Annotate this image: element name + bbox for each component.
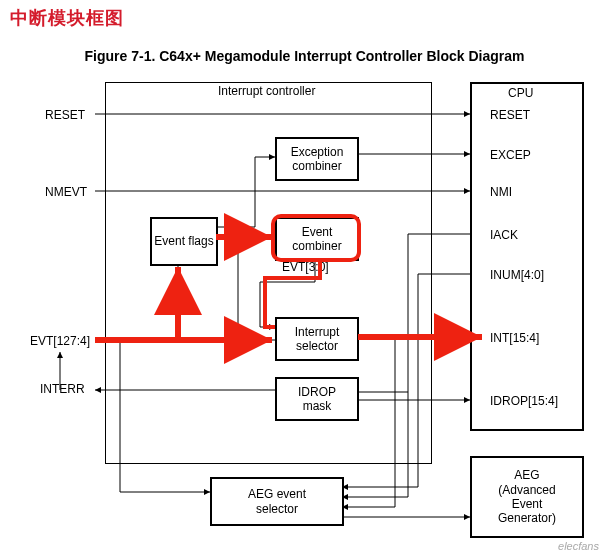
aeg-l2: (Advanced	[498, 483, 555, 497]
aeg-l3: Event	[512, 497, 543, 511]
exception-combiner-block: Exception combiner	[275, 137, 359, 181]
cpu-title: CPU	[508, 86, 533, 100]
interrupt-selector-l2: selector	[296, 339, 338, 353]
interrupt-selector-block: Interrupt selector	[275, 317, 359, 361]
signal-reset-left: RESET	[45, 108, 85, 122]
interrupt-controller-title: Interrupt controller	[218, 84, 315, 98]
signal-nmi: NMI	[490, 185, 512, 199]
cpu-box	[470, 82, 584, 431]
event-combiner-block: Event combiner	[275, 217, 359, 261]
signal-evt: EVT[127:4]	[30, 334, 90, 348]
event-flags-block: Event flags	[150, 217, 218, 266]
aeg-selector-l1: AEG event	[248, 487, 306, 501]
event-combiner-l1: Event	[302, 225, 333, 239]
interrupt-selector-l1: Interrupt	[295, 325, 340, 339]
signal-idrop: IDROP[15:4]	[490, 394, 558, 408]
exception-combiner-l2: combiner	[292, 159, 341, 173]
exception-combiner-l1: Exception	[291, 145, 344, 159]
event-flags-label: Event flags	[154, 234, 213, 248]
page-header: 中断模块框图	[0, 0, 609, 32]
signal-interr: INTERR	[40, 382, 85, 396]
aeg-selector-l2: selector	[256, 502, 298, 516]
aeg-box: AEG (Advanced Event Generator)	[470, 456, 584, 538]
signal-nmevt: NMEVT	[45, 185, 87, 199]
diagram-stage: Interrupt controller CPU RESET NMEVT EVT…	[0, 72, 609, 553]
signal-iack: IACK	[490, 228, 518, 242]
signal-reset-right: RESET	[490, 108, 530, 122]
interrupt-controller-box	[105, 82, 432, 464]
idrop-mask-block: IDROP mask	[275, 377, 359, 421]
evt-bus-label: EVT[3:0]	[282, 260, 329, 274]
aeg-selector-block: AEG event selector	[210, 477, 344, 526]
signal-inum: INUM[4:0]	[490, 268, 544, 282]
event-combiner-l2: combiner	[292, 239, 341, 253]
signal-int: INT[15:4]	[490, 331, 539, 345]
figure-title: Figure 7-1. C64x+ Megamodule Interrupt C…	[0, 32, 609, 72]
signal-excep: EXCEP	[490, 148, 531, 162]
aeg-l1: AEG	[514, 468, 539, 482]
idrop-mask-l2: mask	[303, 399, 332, 413]
idrop-mask-l1: IDROP	[298, 385, 336, 399]
aeg-l4: Generator)	[498, 511, 556, 525]
watermark: elecfans	[558, 540, 599, 552]
